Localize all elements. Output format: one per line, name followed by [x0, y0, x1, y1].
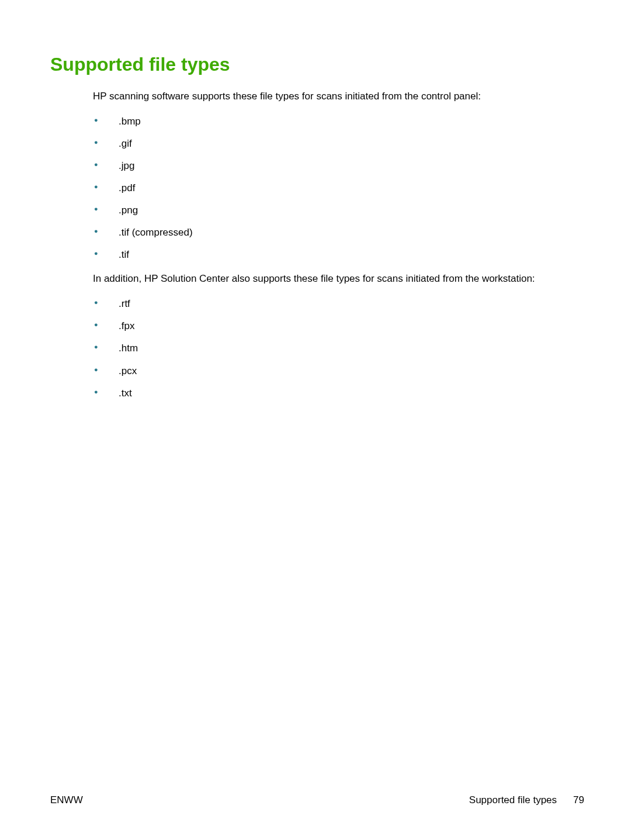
list-item: .bmp — [93, 115, 584, 128]
file-type-list-2: .rtf .fpx .htm .pcx .txt — [93, 298, 584, 399]
list-item: .rtf — [93, 298, 584, 310]
list-item: .gif — [93, 137, 584, 150]
list-item: .htm — [93, 342, 584, 355]
list-item: .png — [93, 204, 584, 217]
page-footer: ENWW Supported file types 79 — [50, 794, 584, 806]
list-item: .fpx — [93, 320, 584, 333]
list-item: .jpg — [93, 160, 584, 172]
list-item: .pcx — [93, 365, 584, 378]
intro-paragraph-1: HP scanning software supports these file… — [93, 89, 584, 103]
page-number: 79 — [573, 794, 584, 806]
list-item: .txt — [93, 387, 584, 400]
intro-paragraph-2: In addition, HP Solution Center also sup… — [93, 272, 584, 286]
list-item: .tif (compressed) — [93, 226, 584, 239]
file-type-list-1: .bmp .gif .jpg .pdf .png .tif (compresse… — [93, 115, 584, 262]
list-item: .pdf — [93, 182, 584, 195]
footer-right-label: Supported file types — [469, 794, 557, 806]
footer-left-label: ENWW — [50, 794, 83, 806]
list-item: .tif — [93, 248, 584, 261]
page-heading: Supported file types — [50, 54, 584, 75]
